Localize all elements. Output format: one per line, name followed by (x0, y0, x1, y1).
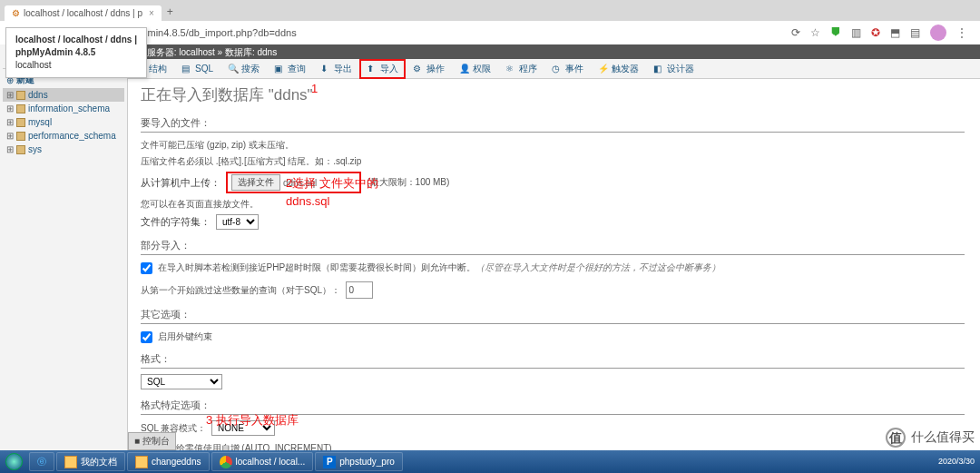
fk-checkbox[interactable] (141, 331, 152, 343)
ext4-icon[interactable]: ▤ (910, 26, 920, 39)
console-bar[interactable]: ■ 控制台 (128, 432, 176, 450)
folder-icon (135, 456, 148, 468)
browser-tab[interactable]: ⚙ localhost / localhost / ddns | p × (5, 5, 162, 21)
taskbar-folder[interactable]: changeddns (127, 452, 210, 471)
routines-icon: ⚛ (505, 64, 516, 74)
db-icon (16, 104, 25, 113)
ext3-icon[interactable]: ⬒ (890, 26, 900, 39)
sidebar: 近期访问 表收藏夹 ⊕新建 ⊞ddns ⊞information_schema … (0, 44, 128, 450)
file-hint1: 文件可能已压缩 (gzip, zip) 或未压缩。 (141, 138, 965, 152)
format-select[interactable]: SQL (141, 374, 222, 389)
import-icon: ⬆ (367, 64, 377, 74)
partial-note: （尽管在导入大文件时是个很好的方法，不过这会中断事务） (475, 262, 720, 272)
menu-routines[interactable]: ⚛程序 (498, 59, 544, 79)
ie-icon: ⓔ (37, 456, 46, 468)
taskbar-ie[interactable]: ⓔ (29, 452, 54, 471)
address-icons: ⟳ ☆ ⛊ ▥ ✪ ⬒ ▤ ⋮ (791, 25, 975, 41)
file-hint3: 您可以在各页面直接放文件。 (141, 197, 965, 211)
sidebar-db-mysql[interactable]: ⊞mysql (3, 115, 124, 129)
compat-select[interactable]: NONE (211, 420, 275, 436)
sync-icon[interactable]: ⟳ (791, 26, 800, 39)
section-partial: 部分导入： (141, 239, 965, 255)
noauto-label: 不要给零值使用自增 (AUTO_INCREMENT) (158, 443, 332, 450)
watermark: 值 什么值得买 (886, 428, 975, 448)
new-tab-button[interactable]: + (162, 3, 179, 21)
menu-icon[interactable]: ⋮ (956, 26, 967, 39)
browser-chrome: ⚙ localhost / localhost / ddns | p × + ⟳… (0, 0, 980, 44)
selected-file: ddns.sql (283, 178, 317, 188)
charset-label: 文件的字符集： (141, 215, 211, 229)
tabs-row: ⚙ localhost / localhost / ddns | p × + (0, 0, 980, 21)
charset-select[interactable]: utf-8 (216, 214, 259, 230)
expand-icon[interactable]: ⊞ (6, 90, 14, 100)
tab-tooltip: localhost / localhost / ddns | phpMyAdmi… (5, 27, 147, 78)
sql-icon: ▤ (181, 64, 192, 74)
db-icon (16, 118, 25, 127)
chrome-icon (220, 456, 232, 468)
menu-events[interactable]: ◷事件 (544, 59, 591, 79)
db-icon (16, 91, 25, 100)
designer-icon: ◧ (653, 64, 664, 74)
ext-icon[interactable]: ▥ (851, 26, 861, 39)
section-format: 格式： (141, 352, 965, 369)
expand-icon[interactable]: ⊞ (6, 103, 14, 113)
watermark-text: 什么值得买 (911, 429, 975, 446)
shield-icon[interactable]: ⛊ (830, 26, 841, 39)
menu-triggers[interactable]: ⚡触发器 (591, 59, 646, 79)
sidebar-db-sys[interactable]: ⊞sys (3, 143, 124, 156)
db-icon (16, 132, 25, 141)
section-format-opts: 格式特定选项： (141, 399, 965, 415)
close-tab-icon[interactable]: × (149, 8, 154, 18)
ext2-icon[interactable]: ✪ (871, 26, 880, 39)
menu-operations[interactable]: ⚙操作 (406, 59, 452, 79)
menu-search[interactable]: 🔍搜索 (220, 59, 267, 79)
menu-export[interactable]: ⬇导出 (313, 59, 359, 79)
section-file: 要导入的文件： (141, 116, 965, 133)
taskbar-chrome[interactable]: localhost / local... (211, 452, 314, 471)
menu-sql[interactable]: ▤SQL (174, 59, 220, 79)
expand-icon[interactable]: ⊞ (6, 131, 14, 141)
address-bar-row: ⟳ ☆ ⛊ ▥ ✪ ⬒ ▤ ⋮ (0, 21, 980, 44)
folder-icon (64, 456, 77, 468)
start-button[interactable] (0, 450, 27, 473)
triggers-icon: ⚡ (598, 64, 609, 74)
menu-query[interactable]: ▣查询 (267, 59, 313, 79)
profile-avatar[interactable] (930, 25, 946, 41)
query-icon: ▣ (274, 64, 285, 74)
tray-date: 2020/3/30 (938, 458, 975, 467)
file-limit: (最大限制：100 MB) (367, 176, 449, 189)
system-tray[interactable]: 2020/3/30 (938, 458, 980, 467)
section-other: 其它选项： (141, 308, 965, 324)
privileges-icon: 👤 (459, 64, 470, 74)
star-icon[interactable]: ☆ (810, 26, 820, 39)
expand-icon[interactable]: ⊞ (6, 144, 14, 154)
tooltip-line2: phpMyAdmin 4.8.5 (15, 46, 137, 59)
partial-label: 在导入时脚本若检测到接近PHP超时时限（即需要花费很长时间）则允许中断。 (158, 262, 476, 272)
skip-label: 从第一个开始跳过这些数量的查询（对于SQL）： (141, 285, 340, 295)
skip-input[interactable]: 0 (346, 281, 373, 299)
fk-label: 启用外键约束 (158, 331, 212, 341)
export-icon: ⬇ (320, 64, 331, 74)
main-content: 正在导入到数据库 "ddns" 要导入的文件： 文件可能已压缩 (gzip, z… (128, 79, 977, 450)
favicon: ⚙ (12, 8, 20, 18)
tab-title: localhost / localhost / ddns | p (24, 8, 142, 18)
menu-import[interactable]: ⬆导入 (359, 59, 406, 79)
page-title: 正在导入到数据库 "ddns" (141, 84, 965, 105)
phpstudy-icon: P (323, 456, 336, 468)
partial-checkbox[interactable] (141, 262, 152, 274)
watermark-icon: 值 (886, 428, 906, 448)
sidebar-db-ddns[interactable]: ⊞ddns (3, 88, 124, 102)
menu-designer[interactable]: ◧设计器 (646, 59, 701, 79)
choose-file-button[interactable]: 选择文件 (231, 174, 280, 191)
file-input-box[interactable]: 选择文件 ddns.sql (226, 172, 361, 193)
taskbar-phpstudy[interactable]: Pphpstudy_pro (315, 452, 403, 471)
upload-label: 从计算机中上传： (141, 176, 220, 190)
expand-icon[interactable]: ⊞ (6, 117, 14, 127)
sidebar-db-info[interactable]: ⊞information_schema (3, 102, 124, 115)
windows-icon (5, 453, 23, 470)
menu-privileges[interactable]: 👤权限 (452, 59, 498, 79)
db-icon (16, 145, 25, 154)
breadcrumb: 🖥 服务器: localhost » 数据库: ddns (128, 44, 980, 59)
taskbar-explorer[interactable]: 我的文档 (56, 452, 125, 471)
sidebar-db-perf[interactable]: ⊞performance_schema (3, 129, 124, 143)
